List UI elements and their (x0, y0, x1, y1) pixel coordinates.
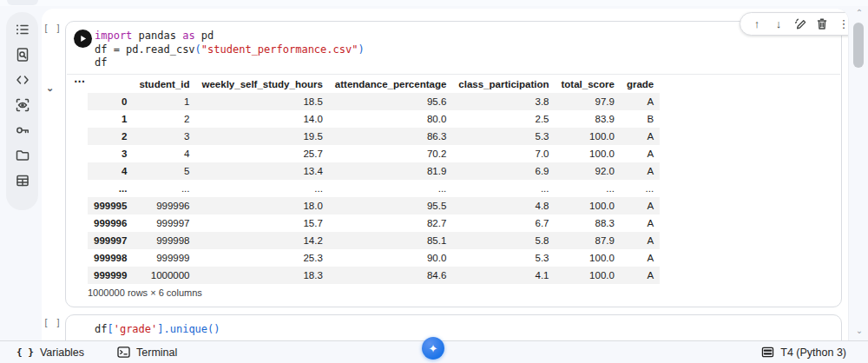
table-cell: 18.0 (196, 197, 329, 214)
table-cell: 85.1 (329, 232, 452, 249)
column-header: total_score (556, 76, 621, 93)
table-cell: 97.9 (556, 93, 621, 110)
cell-output-divider (67, 74, 840, 75)
table-cell: A (621, 197, 660, 214)
table-cell: 88.3 (556, 214, 621, 232)
row-index-cell: 1 (88, 110, 133, 128)
code-snippets-icon[interactable] (15, 72, 30, 88)
dataframe-summary: 1000000 rows × 6 columns (88, 287, 202, 298)
table-cell: 2 (133, 110, 195, 128)
row-index-cell: 3 (88, 145, 133, 162)
more-options-icon[interactable]: ⋮ (835, 16, 849, 33)
delete-cell-button[interactable] (813, 16, 831, 33)
run-cell-button[interactable] (74, 30, 92, 48)
table-cell: 100.0 (556, 267, 621, 284)
table-cell: 3.8 (452, 93, 555, 110)
code-token: .unique (164, 323, 208, 335)
notebook-panel: [ ] ⌄ import pandas as pddf = pd.read_cs… (42, 9, 849, 340)
table-cell: A (621, 214, 660, 232)
secrets-key-icon[interactable] (15, 122, 30, 138)
move-cell-up-button[interactable]: ↑ (748, 16, 766, 33)
code-editor[interactable]: df['grade'].unique() (95, 323, 220, 337)
gemini-button[interactable]: ✦ (422, 337, 444, 360)
table-cell: ... (452, 180, 555, 197)
scan-eye-icon[interactable] (15, 97, 30, 113)
table-cell: 100.0 (556, 128, 621, 145)
table-cell: 1 (133, 93, 195, 110)
table-cell: 25.7 (196, 145, 329, 162)
table-cell: 87.9 (556, 232, 621, 249)
table-cell: 100.0 (556, 197, 621, 214)
execution-indicator: [ ] (43, 318, 62, 327)
left-sidebar (6, 12, 38, 210)
code-token: ) (214, 323, 220, 335)
table-cell: 2.5 (452, 110, 555, 128)
row-index-cell: 4 (88, 162, 133, 180)
table-cell: 14.0 (196, 110, 329, 128)
table-cell: B (621, 110, 660, 128)
find-in-document-icon[interactable] (15, 47, 30, 63)
scroll-down-icon[interactable]: ⌄ (854, 327, 865, 335)
table-cell: 15.7 (196, 214, 329, 232)
variables-button[interactable]: { } Variables (16, 346, 84, 359)
table-row: 4513.481.96.992.0A (88, 162, 660, 180)
table-cell: 999997 (133, 214, 195, 232)
terminal-button[interactable]: Terminal (117, 346, 177, 359)
table-cell: 4 (133, 145, 195, 162)
table-row: 99999699999715.782.76.788.3A (88, 214, 660, 232)
table-cell: 92.0 (556, 162, 621, 180)
data-table-icon[interactable] (15, 173, 30, 188)
table-row: 3425.770.27.0100.0A (88, 145, 660, 162)
scroll-up-icon[interactable]: ⌃ (854, 9, 865, 17)
header-remnant-pill (7, 0, 38, 5)
table-row: 99999899999925.390.05.3100.0A (88, 249, 660, 267)
table-cell: 4.8 (452, 197, 555, 214)
table-cell: 18.5 (196, 93, 329, 110)
table-cell: 82.7 (329, 214, 452, 232)
column-header: student_id (133, 76, 195, 93)
table-cell: 83.9 (556, 110, 621, 128)
move-cell-down-button[interactable]: ↓ (770, 16, 787, 33)
table-of-contents-icon[interactable] (15, 22, 30, 37)
edit-cell-button[interactable] (792, 16, 809, 33)
table-cell: 999996 (133, 197, 195, 214)
table-cell: 3 (133, 128, 195, 145)
column-header: grade (621, 76, 660, 93)
row-index-cell: 2 (88, 128, 133, 145)
code-token: 'grade' (114, 323, 158, 335)
table-cell: 6.7 (452, 214, 555, 232)
terminal-label: Terminal (136, 346, 177, 359)
table-cell: ... (329, 180, 452, 197)
table-cell: 6.9 (452, 162, 555, 180)
code-token: df = pd.read_csv (95, 43, 195, 56)
code-cell-1: import pandas as pddf = pd.read_csv("stu… (65, 21, 842, 307)
code-editor[interactable]: import pandas as pddf = pd.read_csv("stu… (95, 30, 365, 70)
table-row: 0118.595.63.897.9A (88, 93, 660, 110)
table-cell: 5.8 (452, 232, 555, 249)
table-cell: 86.3 (329, 128, 452, 145)
row-index-cell: 0 (88, 93, 133, 110)
code-token: df (95, 56, 107, 69)
code-line: df = pd.read_csv("student_performance.cs… (95, 43, 365, 57)
dataframe-output: student_idweekly_self_study_hoursattenda… (88, 76, 660, 284)
row-index-cell: 999999 (88, 267, 133, 284)
table-cell: 4.1 (452, 267, 555, 284)
scrollbar-thumb[interactable] (853, 23, 864, 68)
table-cell: 1000000 (133, 267, 195, 284)
files-folder-icon[interactable] (15, 148, 30, 163)
table-cell: 5.3 (452, 249, 555, 267)
runtime-selector[interactable]: T4 (Python 3) (761, 346, 846, 359)
table-row: 999999100000018.384.64.1100.0A (88, 267, 660, 284)
collapse-output-chevron-icon[interactable]: ⌄ (46, 83, 54, 93)
table-cell: A (621, 128, 660, 145)
output-options-icon[interactable]: ⋯ (74, 76, 86, 87)
code-token: df (95, 323, 107, 335)
row-index-cell: 999998 (88, 249, 133, 267)
code-token: "student_performance.csv" (201, 43, 358, 56)
table-cell: 84.6 (329, 267, 452, 284)
code-token: as (182, 30, 194, 42)
table-cell: ... (133, 180, 195, 197)
column-header: weekly_self_study_hours (196, 76, 329, 93)
table-cell: 100.0 (556, 249, 621, 267)
gemini-spark-icon: ✦ (429, 343, 438, 354)
